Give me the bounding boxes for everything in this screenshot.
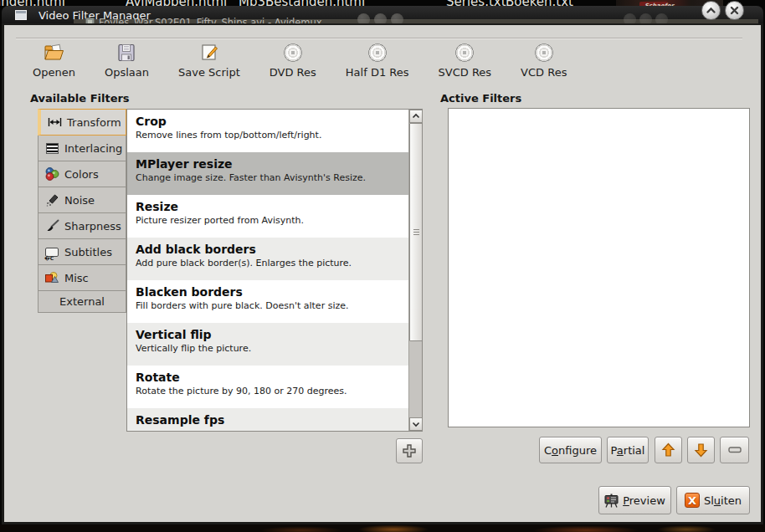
subtitles-icon: [44, 245, 59, 259]
filter-item-blacken-borders[interactable]: Blacken borders Fill borders with pure b…: [127, 280, 409, 323]
filter-description: Vertically flip the picture.: [136, 343, 403, 354]
active-filters-list[interactable]: [448, 108, 750, 427]
filter-description: Change image size. Faster than Avisynth'…: [136, 172, 403, 183]
chevron-up-icon: [412, 113, 420, 120]
partial-button[interactable]: Partial: [607, 437, 649, 463]
disc-icon: [284, 42, 302, 64]
toolbar-label: Openen: [33, 66, 75, 79]
toolbar-openen-button[interactable]: Openen: [29, 40, 79, 80]
available-filter-list: Crop Remove lines from top/bottom/left/r…: [126, 109, 423, 432]
toolbar-dvd-res-button[interactable]: DVD Res: [266, 40, 320, 80]
scrollbar-thumb[interactable]: [409, 123, 423, 341]
tab-label: Misc: [64, 272, 89, 284]
tab-transform[interactable]: Transform: [38, 109, 126, 136]
toolbar: Openen Opslaan: [29, 40, 570, 80]
partial-label: Partial: [611, 444, 645, 457]
filter-name: Crop: [136, 115, 403, 128]
toolbar-label: SVCD Res: [439, 66, 492, 79]
disc-icon: [535, 42, 553, 64]
tab-label: Sharpness: [64, 220, 121, 233]
filter-description: Add pure black border(s). Enlarges the p…: [136, 258, 403, 269]
toolbar-half-d1-res-button[interactable]: Half D1 Res: [342, 40, 413, 80]
filter-item-vertical-flip[interactable]: Vertical flip Vertically flip the pictur…: [127, 323, 409, 366]
thumb-grip: [413, 229, 419, 235]
toolbar-separator: [16, 38, 742, 39]
filter-name: Add black borders: [136, 243, 403, 256]
desktop: anden.html AviMappen.html Mp3Bestanden.h…: [0, 0, 765, 532]
filter-item-rotate[interactable]: Rotate Rotate the picture by 90, 180 or …: [127, 366, 409, 408]
remove-filter-button[interactable]: [720, 437, 749, 463]
filter-name: Resize: [136, 200, 403, 213]
colors-icon: [44, 167, 59, 182]
filter-description: Fill borders with pure black. Doesn't al…: [136, 300, 403, 311]
filter-list-viewport: Crop Remove lines from top/bottom/left/r…: [127, 110, 409, 431]
interlacing-icon: [44, 141, 59, 156]
preview-button[interactable]: Preview: [598, 486, 671, 514]
toolbar-label: Opslaan: [105, 66, 149, 79]
filter-item-resample-fps[interactable]: Resample fps: [127, 408, 409, 431]
close-dialog-button[interactable]: X Sluiten: [676, 486, 750, 514]
tab-subtitles[interactable]: Subtitles: [38, 238, 126, 265]
misc-icon: [44, 271, 59, 285]
toolbar-vcd-res-button[interactable]: VCD Res: [517, 40, 570, 80]
filter-description: Picture resizer ported from Avisynth.: [136, 215, 403, 226]
tab-label: Interlacing: [64, 142, 122, 155]
sharpness-icon: [44, 219, 59, 233]
chevron-down-icon: [412, 421, 420, 427]
tab-colors[interactable]: Colors: [38, 161, 126, 187]
close-label: Sluiten: [704, 494, 742, 507]
tab-label: Colors: [64, 168, 99, 181]
close-icon: [728, 4, 741, 17]
tab-label: Transform: [67, 116, 121, 129]
filter-list-scrollbar[interactable]: [408, 110, 422, 431]
toolbar-label: Save Script: [178, 66, 240, 79]
tab-label: Noise: [64, 194, 95, 207]
filter-name: Blacken borders: [136, 285, 403, 299]
filter-description: Rotate the picture by 90, 180 or 270 deg…: [136, 386, 403, 396]
configure-button[interactable]: Configure: [539, 437, 602, 463]
preview-label: Preview: [623, 494, 665, 507]
move-filter-down-button[interactable]: [687, 437, 715, 463]
scroll-up-button[interactable]: [409, 110, 423, 123]
add-filter-button[interactable]: [396, 438, 423, 463]
filter-item-mplayer-resize[interactable]: MPlayer resize Change image size. Faster…: [127, 152, 409, 195]
toolbar-opslaan-button[interactable]: Opslaan: [101, 40, 152, 80]
scroll-down-button[interactable]: [409, 417, 423, 431]
shade-button[interactable]: [701, 1, 721, 20]
toolbar-svcd-res-button[interactable]: SVCD Res: [435, 40, 495, 80]
save-floppy-icon: [117, 42, 136, 64]
filter-description: Remove lines from top/bottom/left/right.: [136, 130, 403, 141]
window-icon: [15, 10, 27, 20]
toolbar-save-script-button[interactable]: Save Script: [175, 40, 244, 80]
orange-arrow-up-icon: [661, 442, 675, 458]
filter-item-crop[interactable]: Crop Remove lines from top/bottom/left/r…: [127, 110, 409, 152]
open-folder-icon: [44, 42, 64, 64]
filter-name: Resample fps: [136, 413, 403, 427]
tab-external[interactable]: External: [38, 290, 126, 313]
tab-sharpness[interactable]: Sharpness: [38, 212, 126, 239]
noise-icon: [44, 193, 59, 207]
filter-name: Vertical flip: [136, 328, 403, 341]
desktop-wallpaper-bottom: [0, 524, 765, 532]
plus-icon: [402, 443, 417, 458]
close-x-icon: X: [685, 493, 700, 508]
filter-item-add-black-borders[interactable]: Add black borders Add pure black border(…: [127, 238, 409, 280]
move-filter-up-button[interactable]: [655, 437, 682, 463]
tab-misc[interactable]: Misc: [38, 264, 126, 291]
tab-noise[interactable]: Noise: [38, 187, 126, 213]
script-pencil-icon: [200, 42, 218, 64]
transform-icon: [47, 115, 62, 130]
filter-item-resize[interactable]: Resize Picture resizer ported from Avisy…: [127, 195, 409, 238]
available-filters-label: Available Filters: [30, 92, 130, 105]
filter-category-tabs: Transform Interlacing Colors: [38, 110, 126, 313]
orange-arrow-down-icon: [694, 442, 708, 458]
filter-name: MPlayer resize: [136, 157, 403, 171]
active-filters-label: Active Filters: [440, 92, 521, 105]
disc-icon: [455, 42, 474, 64]
minus-icon: [728, 447, 742, 453]
vfm-dialog-body: Openen Opslaan: [2, 23, 763, 524]
configure-label: Configure: [544, 444, 597, 457]
tab-interlacing[interactable]: Interlacing: [38, 135, 126, 161]
preview-screen-icon: [604, 494, 619, 508]
close-window-button[interactable]: [725, 1, 744, 20]
